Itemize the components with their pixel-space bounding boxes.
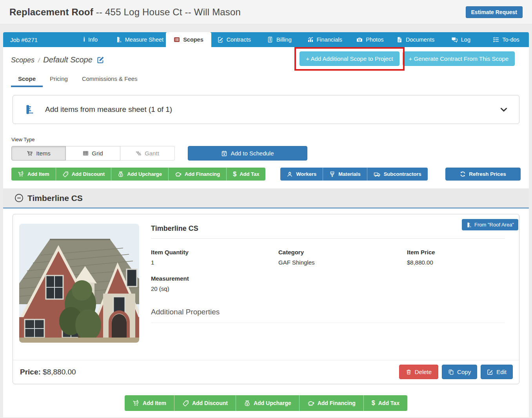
dollar-icon: $ [233, 171, 236, 177]
money-bag-icon: $ [244, 400, 251, 407]
add-to-schedule-button[interactable]: Add to Schedule [188, 146, 307, 161]
collapse-section-icon[interactable] [15, 193, 24, 203]
tab-log[interactable]: Log [438, 32, 483, 47]
copy-item-button[interactable]: Copy [442, 365, 477, 379]
edit-scope-name-icon[interactable] [97, 56, 104, 64]
add-financing-button[interactable]: Add Financing [299, 395, 363, 411]
dollar-icon: $ [372, 400, 375, 406]
add-upcharge-button[interactable]: $ Add Upcharge [111, 168, 168, 181]
add-item-button[interactable]: Add Item [11, 168, 56, 181]
subcontractors-button[interactable]: Subcontractors [367, 168, 428, 181]
trash-icon [406, 369, 412, 375]
breadcrumb-separator: / [38, 57, 40, 64]
svg-text:$: $ [247, 402, 248, 405]
field-quantity: Item Quantity 1 [151, 249, 278, 266]
chevron-down-icon[interactable] [499, 105, 508, 114]
view-gantt-button: Gantt [120, 146, 175, 161]
subtab-pricing[interactable]: Pricing [43, 72, 75, 87]
item-title: Timberline CS [151, 225, 505, 239]
delete-item-button[interactable]: Delete [399, 365, 438, 379]
field-item-price: Item Price $8,880.00 [407, 249, 505, 266]
add-tax-button[interactable]: $ Add Tax [363, 395, 407, 411]
tab-measure-sheet[interactable]: Measure Sheet [113, 32, 166, 47]
tag-icon [182, 400, 189, 407]
refresh-icon [460, 171, 466, 177]
field-category: Category GAF Shingles [278, 249, 407, 266]
breadcrumb-scopes-link[interactable]: Scopes [11, 56, 34, 64]
tab-info[interactable]: i Info [68, 32, 113, 47]
paint-brush-icon [329, 171, 335, 177]
add-additional-scope-button[interactable]: + Add Additional Scope to Project [300, 51, 399, 66]
tab-contracts[interactable]: Contracts [211, 32, 257, 47]
estimate-request-button[interactable]: Estimate Request [466, 6, 523, 18]
field-measurement: Measurement 20 (sq) [151, 275, 505, 292]
ruler-icon [466, 222, 472, 228]
cart-plus-icon [133, 400, 140, 407]
section-title: Timberline CS [27, 193, 83, 203]
job-address-customer: -- 455 Log House Ct -- Will Mason [96, 7, 241, 17]
grid-icon [83, 150, 89, 156]
measure-panel-label: Add items from measure sheet (1 of 1) [45, 105, 172, 114]
item-details: Timberline CS Item Quantity 1 Category G… [151, 224, 505, 343]
scope-header-row: Scopes / Default Scope + Add Additional … [3, 47, 529, 66]
resource-actions-group: Workers Materials Subcontractors [280, 168, 427, 181]
item-price-value: $8,880.00 [43, 368, 76, 376]
page-header: Replacement Roof -- 455 Log House Ct -- … [0, 0, 532, 24]
add-tax-button[interactable]: $ Add Tax [226, 168, 265, 181]
item-fields: Item Quantity 1 Category GAF Shingles It… [151, 249, 505, 266]
tab-documents[interactable]: Documents [393, 32, 438, 47]
subtab-commissions-fees[interactable]: Commissions & Fees [75, 72, 145, 87]
add-discount-button[interactable]: Add Discount [56, 168, 111, 181]
add-upcharge-button[interactable]: $ Add Upcharge [236, 395, 299, 411]
tab-scopes[interactable]: Scopes [166, 32, 211, 47]
subtab-scope[interactable]: Scope [11, 72, 43, 87]
add-item-button[interactable]: Add Item [125, 395, 174, 411]
tab-todos[interactable]: To-dos [483, 32, 529, 47]
tab-financials[interactable]: Financials [302, 32, 347, 47]
scope-section-header: Timberline CS [3, 188, 529, 208]
annotation-highlight-box: + Add Additional Scope to Project [300, 51, 399, 66]
cart-icon [27, 150, 33, 157]
piggy-bank-icon [307, 400, 314, 407]
scope-actions: + Add Additional Scope to Project + Gene… [300, 51, 515, 66]
gantt-icon [136, 150, 142, 156]
view-type-toggle-group: Items Grid Gantt [11, 146, 175, 161]
generate-contract-button[interactable]: + Generate Contract From This Scope [403, 51, 515, 66]
view-items-button[interactable]: Items [11, 146, 66, 161]
ruler-icon [24, 104, 34, 115]
item-photo [19, 224, 139, 343]
from-measurement-badge[interactable]: From "Roof Area" [462, 219, 518, 230]
current-scope-name: Default Scope [43, 55, 93, 64]
add-financing-button[interactable]: Add Financing [168, 168, 226, 181]
edit-item-button[interactable]: Edit [481, 365, 513, 379]
camera-icon [356, 37, 363, 43]
tab-photos[interactable]: Photos [347, 32, 393, 47]
money-bag-icon: $ [118, 171, 124, 177]
job-tabbar: Job #6271 i Info Measure Sheet Scopes Co… [3, 32, 529, 47]
edit-pencil-icon [487, 369, 493, 375]
page-title: Replacement Roof -- 455 Log House Ct -- … [9, 7, 241, 18]
bottom-actions-row: Add Item Add Discount $ Add Upcharge Add… [3, 395, 529, 411]
breadcrumb: Scopes / Default Scope [11, 55, 104, 64]
tab-billing[interactable]: $ Billing [257, 32, 302, 47]
log-comments-icon [451, 37, 458, 43]
view-controls-row: Items Grid Gantt Add to Schedule [11, 146, 521, 161]
refresh-prices-button[interactable]: Refresh Prices [445, 168, 521, 181]
main-container: Job #6271 i Info Measure Sheet Scopes Co… [3, 32, 529, 417]
house-illustration [19, 224, 139, 343]
add-discount-button[interactable]: Add Discount [174, 395, 236, 411]
item-actions-group: Add Item Add Discount $ Add Upcharge Add… [11, 168, 265, 181]
view-grid-button[interactable]: Grid [66, 146, 120, 161]
copy-icon [448, 369, 454, 375]
materials-button[interactable]: Materials [323, 168, 367, 181]
job-number-label: Job #6271 [3, 32, 68, 47]
scopes-list-icon [174, 37, 180, 43]
scope-subtabs: Scope Pricing Commissions & Fees [11, 72, 529, 87]
svg-text:$: $ [269, 38, 271, 41]
cart-plus-icon [18, 171, 24, 177]
measure-sheet-panel[interactable]: Add items from measure sheet (1 of 1) [13, 95, 519, 124]
svg-text:$: $ [120, 173, 122, 177]
workers-button[interactable]: Workers [280, 168, 323, 181]
info-icon: i [84, 37, 85, 43]
item-card-body: Timberline CS Item Quantity 1 Category G… [13, 214, 519, 343]
